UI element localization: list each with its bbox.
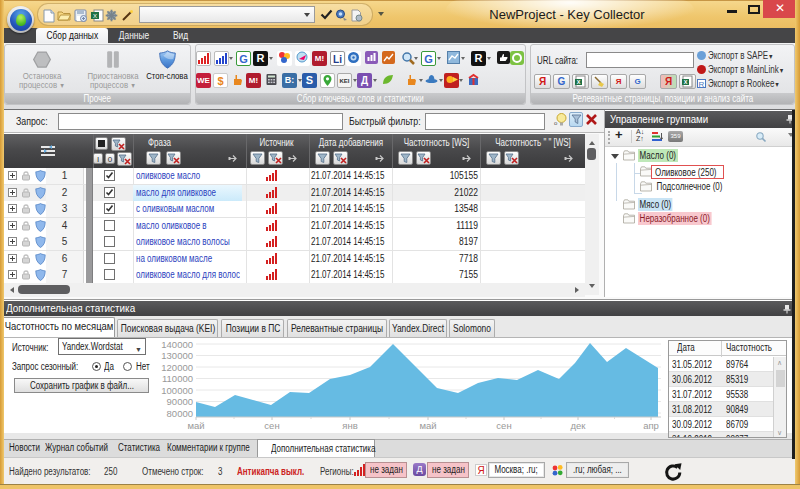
svg-text:янв: янв — [342, 420, 357, 431]
svg-text:сен: сен — [264, 420, 279, 431]
svg-text:100000: 100000 — [161, 385, 193, 396]
svg-text:130000: 130000 — [161, 350, 193, 361]
svg-text:сен: сен — [496, 420, 511, 431]
svg-text:90000: 90000 — [167, 396, 193, 407]
svg-text:май: май — [419, 420, 436, 431]
svg-text:X: X — [577, 79, 581, 85]
svg-text:X: X — [684, 79, 688, 85]
svg-text:80000: 80000 — [167, 408, 193, 419]
svg-text:120000: 120000 — [161, 362, 193, 373]
svg-text:X: X — [93, 13, 97, 19]
svg-text:май: май — [187, 420, 204, 431]
svg-text:дек: дек — [571, 420, 587, 431]
svg-text:140000: 140000 — [161, 339, 193, 350]
svg-text:о: о — [554, 120, 558, 126]
svg-text:110000: 110000 — [162, 373, 193, 384]
svg-text:апр: апр — [643, 420, 659, 431]
